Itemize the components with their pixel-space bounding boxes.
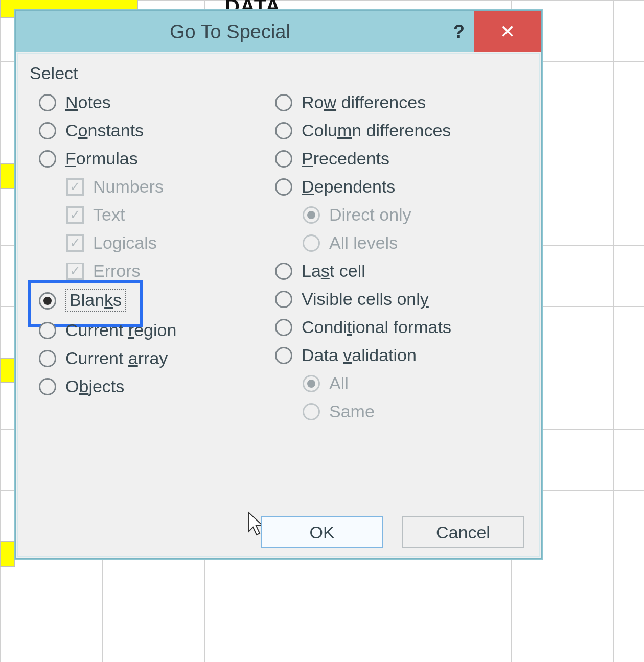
- go-to-special-dialog: Go To Special ? ✕ Select Notes Constants: [15, 10, 542, 559]
- radio-label: Constants: [65, 121, 144, 140]
- radio-icon: [39, 122, 56, 139]
- radio-data-validation[interactable]: Data validation: [275, 342, 527, 368]
- radio-icon: [39, 322, 56, 339]
- radio-icon: [275, 178, 292, 196]
- close-icon: ✕: [500, 22, 515, 41]
- close-button[interactable]: ✕: [474, 11, 541, 52]
- radio-conditional-formats[interactable]: Conditional formats: [275, 314, 527, 340]
- radio-icon: [275, 319, 292, 336]
- help-button[interactable]: ?: [444, 21, 474, 42]
- radio-label: Data validation: [302, 345, 417, 365]
- checkbox-label: Errors: [93, 261, 141, 281]
- radio-blanks[interactable]: Blanks: [39, 286, 270, 315]
- radio-icon: [39, 378, 56, 395]
- radio-label: Row differences: [302, 92, 426, 112]
- checkbox-label: Numbers: [93, 177, 164, 197]
- ok-button[interactable]: OK: [261, 516, 383, 548]
- radio-label: Precedents: [302, 149, 389, 169]
- radio-icon: [275, 94, 292, 111]
- radio-formulas[interactable]: Formulas: [39, 146, 270, 172]
- radio-label: Direct only: [329, 205, 411, 225]
- radio-icon: [303, 375, 320, 392]
- radio-label: Dependents: [302, 177, 395, 197]
- radio-label: Notes: [65, 92, 111, 112]
- radio-all-levels: All levels: [275, 230, 527, 256]
- radio-objects[interactable]: Objects: [39, 373, 270, 399]
- radio-label: Same: [329, 401, 375, 421]
- bg-highlight-cell: [0, 358, 15, 383]
- radio-last-cell[interactable]: Last cell: [275, 258, 527, 284]
- checkbox-icon: ✓: [66, 263, 84, 280]
- checkbox-icon: ✓: [66, 178, 84, 196]
- radio-label: All levels: [329, 233, 398, 253]
- bg-highlight-cell: [0, 163, 15, 189]
- checkbox-label: Logicals: [93, 233, 157, 253]
- legend-divider: [85, 75, 528, 75]
- radio-constants[interactable]: Constants: [39, 117, 270, 144]
- radio-precedents[interactable]: Precedents: [275, 146, 527, 172]
- radio-label: Objects: [65, 376, 124, 396]
- radio-icon: [303, 403, 320, 420]
- radio-label: Formulas: [65, 149, 138, 169]
- radio-dependents[interactable]: Dependents: [275, 174, 527, 200]
- radio-label: Blanks: [65, 289, 126, 312]
- radio-current-array[interactable]: Current array: [39, 345, 270, 371]
- radio-row-differences[interactable]: Row differences: [275, 89, 527, 115]
- radio-column-differences[interactable]: Column differences: [275, 117, 527, 144]
- cancel-button[interactable]: Cancel: [402, 516, 524, 548]
- check-logicals: ✓ Logicals: [39, 230, 270, 256]
- radio-icon: [275, 347, 292, 364]
- radio-label: Column differences: [302, 121, 451, 140]
- radio-icon: [39, 350, 56, 367]
- radio-current-region[interactable]: Current region: [39, 317, 270, 343]
- radio-label: Conditional formats: [302, 317, 451, 337]
- checkbox-icon: ✓: [66, 206, 84, 224]
- radio-icon: [39, 150, 56, 168]
- radio-visible-cells-only[interactable]: Visible cells only: [275, 286, 527, 312]
- check-text: ✓ Text: [39, 202, 270, 228]
- check-errors: ✓ Errors: [39, 258, 270, 284]
- radio-label: All: [329, 373, 349, 393]
- check-numbers: ✓ Numbers: [39, 174, 270, 200]
- radio-icon: [275, 150, 292, 168]
- titlebar[interactable]: Go To Special ? ✕: [16, 11, 541, 52]
- radio-label: Last cell: [302, 261, 365, 281]
- dialog-content: Select Notes Constants Formulas: [17, 53, 540, 557]
- radio-icon: [39, 94, 56, 111]
- radio-all: All: [275, 370, 527, 396]
- radio-notes[interactable]: Notes: [39, 89, 270, 115]
- radio-direct-only: Direct only: [275, 202, 527, 228]
- dialog-title: Go To Special: [16, 21, 444, 43]
- radio-icon: [275, 263, 292, 280]
- radio-label: Visible cells only: [302, 289, 429, 309]
- radio-label: Current region: [65, 320, 176, 340]
- radio-icon: [275, 122, 292, 139]
- radio-icon: [303, 206, 320, 224]
- radio-icon: [275, 291, 292, 308]
- radio-icon: [303, 234, 320, 252]
- select-legend: Select: [30, 63, 85, 83]
- radio-label: Current array: [65, 348, 168, 368]
- bg-highlight-cell: [0, 541, 15, 567]
- radio-icon: [39, 292, 56, 310]
- checkbox-icon: ✓: [66, 234, 84, 252]
- radio-same: Same: [275, 398, 527, 424]
- checkbox-label: Text: [93, 205, 125, 225]
